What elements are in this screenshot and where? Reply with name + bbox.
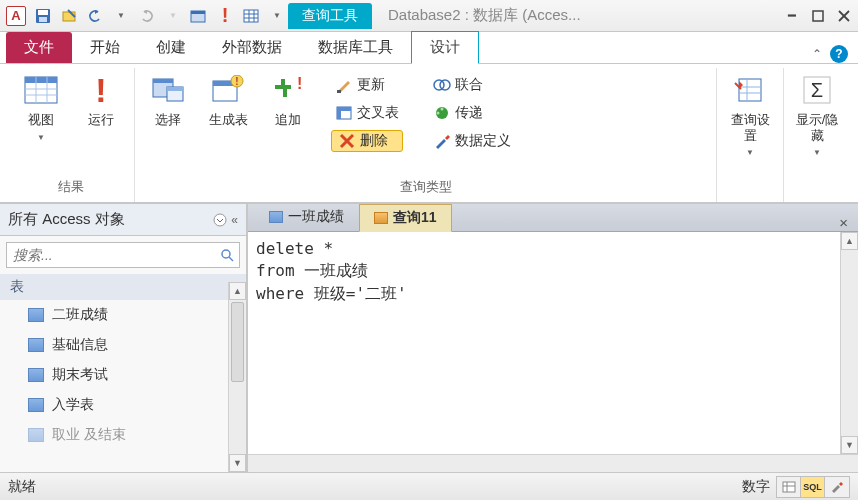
svg-rect-5 <box>191 11 205 14</box>
nav-dropdown-icon[interactable] <box>213 213 227 227</box>
passthrough-icon <box>433 104 451 122</box>
table-icon <box>28 308 44 322</box>
tab-database-tools[interactable]: 数据库工具 <box>300 32 411 63</box>
maximize-button[interactable] <box>810 8 826 24</box>
svg-text:!: ! <box>297 75 302 92</box>
nav-collapse-icon[interactable]: « <box>231 213 238 227</box>
quick-access-toolbar: ▼ ▼ ! ▼ <box>32 5 288 27</box>
view-button[interactable]: 视图▼ <box>18 72 64 143</box>
table-icon <box>269 211 283 223</box>
svg-text:Σ: Σ <box>811 79 823 101</box>
doc-tab-table[interactable]: 一班成绩 <box>254 203 359 231</box>
svg-point-38 <box>441 108 444 111</box>
tab-design[interactable]: 设计 <box>411 31 479 64</box>
query-icon <box>374 212 388 224</box>
union-button[interactable]: 联合 <box>429 74 515 96</box>
nav-item-table[interactable]: 二班成绩 <box>0 300 246 330</box>
run-icon: ! <box>83 72 119 108</box>
make-table-label: 生成表 <box>209 112 248 128</box>
qat-icon-2[interactable]: ! <box>214 5 236 27</box>
minimize-button[interactable]: ━ <box>784 8 800 24</box>
save-icon[interactable] <box>32 5 54 27</box>
sql-editor[interactable]: delete * from 一班成绩 where 班级='二班' <box>248 232 858 472</box>
print-preview-icon[interactable] <box>58 5 80 27</box>
scroll-down-icon[interactable]: ▼ <box>229 454 246 472</box>
tab-file[interactable]: 文件 <box>6 32 72 63</box>
navigation-pane: 所有 Access 对象 « 表 ⌃ 二班成绩 基础信息 期末考试 入学表 取业… <box>0 204 248 472</box>
search-icon[interactable] <box>215 248 239 262</box>
nav-item-table[interactable]: 基础信息 <box>0 330 246 360</box>
crosstab-button[interactable]: 交叉表 <box>331 102 403 124</box>
run-label: 运行 <box>88 112 114 128</box>
ribbon-tabs: 文件 开始 创建 外部数据 数据库工具 设计 ⌃ ? <box>0 32 858 64</box>
qat-icon-3[interactable] <box>240 5 262 27</box>
svg-point-39 <box>437 112 440 115</box>
scroll-up-icon[interactable]: ▲ <box>841 232 858 250</box>
title-bar: A ▼ ▼ ! ▼ 查询工具 Database2 : 数据库 (Acces...… <box>0 0 858 32</box>
query-setup-icon <box>732 72 768 108</box>
query-setup-label: 查询设置 <box>731 112 770 143</box>
table-icon <box>28 338 44 352</box>
doc-scrollbar-vertical[interactable]: ▲ ▼ <box>840 232 858 454</box>
tab-home[interactable]: 开始 <box>72 32 138 63</box>
tab-external-data[interactable]: 外部数据 <box>204 32 300 63</box>
svg-rect-32 <box>337 107 341 119</box>
delete-button[interactable]: 删除 <box>331 130 403 152</box>
query-setup-button[interactable]: 查询设置▼ <box>727 72 773 159</box>
show-hide-button[interactable]: Σ 显示/隐藏▼ <box>794 72 840 159</box>
nav-scrollbar[interactable]: ▲ ▼ <box>228 282 246 472</box>
scroll-thumb[interactable] <box>231 302 244 382</box>
minimize-ribbon-icon[interactable]: ⌃ <box>812 47 822 61</box>
redo-dropdown-icon[interactable]: ▼ <box>162 5 184 27</box>
tab-create[interactable]: 创建 <box>138 32 204 63</box>
ribbon-body: 视图▼ ! 运行 结果 选择 ! 生成表 ! 追加 更新 <box>0 64 858 204</box>
doc-tab-query[interactable]: 查询11 <box>359 204 452 232</box>
sql-view-btn[interactable]: SQL <box>801 477 825 497</box>
nav-pane-header[interactable]: 所有 Access 对象 « <box>0 204 246 236</box>
undo-dropdown-icon[interactable]: ▼ <box>110 5 132 27</box>
redo-icon[interactable] <box>136 5 158 27</box>
table-icon <box>28 398 44 412</box>
datasheet-view-btn[interactable] <box>777 477 801 497</box>
sigma-icon: Σ <box>799 72 835 108</box>
table-icon <box>28 428 44 442</box>
ribbon-group-setup: 查询设置▼ <box>717 68 784 202</box>
search-input[interactable] <box>7 247 215 263</box>
append-button[interactable]: ! 追加 <box>265 72 311 128</box>
make-table-button[interactable]: ! 生成表 <box>205 72 251 128</box>
delete-icon <box>338 132 356 150</box>
window-controls: ━ <box>784 8 852 24</box>
close-button[interactable] <box>836 8 852 24</box>
context-tab-label: 查询工具 <box>288 3 372 29</box>
select-icon <box>150 72 186 108</box>
nav-search-box[interactable] <box>6 242 240 268</box>
undo-icon[interactable] <box>84 5 106 27</box>
design-view-btn[interactable] <box>825 477 849 497</box>
datasheet-view-icon <box>23 72 59 108</box>
window-title: Database2 : 数据库 (Acces... <box>388 6 772 25</box>
workspace: 所有 Access 对象 « 表 ⌃ 二班成绩 基础信息 期末考试 入学表 取业… <box>0 204 858 472</box>
nav-group-tables[interactable]: 表 ⌃ <box>0 274 246 300</box>
nav-item-table[interactable]: 入学表 <box>0 390 246 420</box>
select-label: 选择 <box>155 112 181 128</box>
update-button[interactable]: 更新 <box>331 74 403 96</box>
data-definition-button[interactable]: 数据定义 <box>429 130 515 152</box>
run-button[interactable]: ! 运行 <box>78 72 124 128</box>
scroll-up-icon[interactable]: ▲ <box>229 282 246 300</box>
ribbon-group-results: 视图▼ ! 运行 结果 <box>8 68 135 202</box>
help-icon[interactable]: ? <box>830 45 848 63</box>
scroll-down-icon[interactable]: ▼ <box>841 436 858 454</box>
select-query-button[interactable]: 选择 <box>145 72 191 128</box>
status-ready: 就绪 <box>8 478 36 496</box>
svg-rect-21 <box>153 79 173 83</box>
update-icon <box>335 76 353 94</box>
qat-dropdown-icon[interactable]: ▼ <box>266 5 288 27</box>
doc-scrollbar-horizontal[interactable] <box>248 454 858 472</box>
close-tab-icon[interactable]: × <box>829 214 858 231</box>
svg-point-47 <box>222 250 230 258</box>
nav-item-table[interactable]: 取业 及结束 <box>0 420 246 450</box>
qat-icon-1[interactable] <box>188 5 210 27</box>
passthrough-button[interactable]: 传递 <box>429 102 515 124</box>
svg-rect-40 <box>739 79 761 101</box>
nav-item-table[interactable]: 期末考试 <box>0 360 246 390</box>
